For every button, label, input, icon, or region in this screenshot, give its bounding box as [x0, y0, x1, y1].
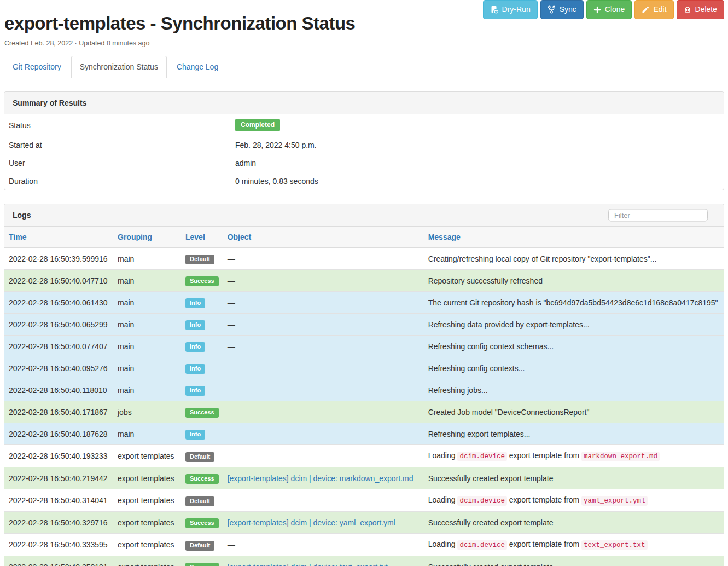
log-level: Default [181, 534, 223, 556]
sync-button[interactable]: Sync [540, 0, 584, 19]
log-object: — [223, 336, 424, 357]
level-badge: Default [185, 452, 214, 462]
log-object: [export-templates] dcim | device: markdo… [223, 467, 424, 489]
log-row: 2022-02-28 16:50:40.350191export templat… [4, 556, 724, 566]
log-message: Refreshing config context schemas... [424, 336, 724, 357]
log-message: Repository successfully refreshed [424, 270, 724, 292]
log-grouping: main [113, 314, 181, 336]
log-row: 2022-02-28 16:50:40.187628mainInfo—Refre… [4, 423, 724, 445]
summary-value: 0 minutes, 0.83 seconds [231, 172, 724, 190]
log-row: 2022-02-28 16:50:40.118010mainInfo—Refre… [4, 379, 724, 401]
log-time: 2022-02-28 16:50:40.095276 [4, 357, 113, 379]
object-link[interactable]: [export-templates] dcim | device: text_e… [228, 563, 388, 566]
log-time: 2022-02-28 16:50:40.065299 [4, 314, 113, 336]
code-span: text_export.txt [581, 540, 648, 550]
log-grouping: main [113, 248, 181, 270]
log-message: Successfully created export template [424, 512, 724, 534]
log-object: — [223, 314, 424, 336]
log-time: 2022-02-28 16:50:39.599916 [4, 248, 113, 270]
column-header-message[interactable]: Message [424, 227, 724, 248]
sync-branch-icon [548, 5, 556, 14]
summary-value: Feb. 28, 2022 4:50 p.m. [231, 136, 724, 154]
code-span: dcim.device [457, 452, 507, 461]
log-time: 2022-02-28 16:50:40.118010 [4, 379, 113, 401]
filter-input[interactable] [608, 209, 708, 222]
log-time: 2022-02-28 16:50:40.187628 [4, 423, 113, 445]
summary-table: StatusCompletedStarted atFeb. 28, 2022 4… [4, 114, 724, 190]
log-row: 2022-02-28 16:50:40.061430mainInfo—The c… [4, 292, 724, 314]
log-level: Success [181, 401, 223, 423]
summary-label: Started at [4, 136, 231, 154]
summary-label: Duration [4, 172, 231, 190]
log-message: Loading dcim.device export template from… [424, 534, 724, 556]
log-object: — [223, 357, 424, 379]
delete-button[interactable]: Delete [677, 0, 724, 19]
log-time: 2022-02-28 16:50:40.329716 [4, 512, 113, 534]
log-level: Info [181, 379, 223, 401]
code-span: yaml_export.yml [581, 496, 648, 506]
logs-table-body: 2022-02-28 16:50:39.599916mainDefault—Cr… [4, 248, 724, 566]
level-badge: Success [185, 408, 219, 418]
log-row: 2022-02-28 16:50:39.599916mainDefault—Cr… [4, 248, 724, 270]
logs-panel-title: Logs [13, 211, 31, 220]
summary-row: StatusCompleted [4, 114, 724, 136]
log-row: 2022-02-28 16:50:40.171867jobsSuccess—Cr… [4, 401, 724, 423]
level-badge: Info [185, 342, 205, 352]
log-grouping: main [113, 336, 181, 357]
log-object: — [223, 489, 424, 512]
log-time: 2022-02-28 16:50:40.333595 [4, 534, 113, 556]
log-message: The current Git repository hash is "bc69… [424, 292, 724, 314]
log-level: Success [181, 467, 223, 489]
edit-button[interactable]: Edit [634, 0, 673, 19]
log-message: Refreshing data provided by export-templ… [424, 314, 724, 336]
tab-synchronization-status[interactable]: Synchronization Status [71, 56, 167, 78]
log-level: Info [181, 357, 223, 379]
tab-bar: Git Repository Synchronization Status Ch… [4, 56, 724, 78]
log-level: Info [181, 336, 223, 357]
log-level: Success [181, 270, 223, 292]
column-header-grouping[interactable]: Grouping [113, 227, 181, 248]
column-header-level[interactable]: Level [181, 227, 223, 248]
log-row: 2022-02-28 16:50:40.219442export templat… [4, 467, 724, 489]
logs-table: Time Grouping Level Object Message 2022-… [4, 227, 724, 566]
logs-header-row: Time Grouping Level Object Message [4, 227, 724, 248]
dry-run-icon [490, 5, 498, 14]
sync-status-page: Dry-Run Sync [0, 0, 728, 566]
log-time: 2022-02-28 16:50:40.350191 [4, 556, 113, 566]
sync-label: Sync [560, 4, 576, 15]
log-object: [export-templates] dcim | device: text_e… [223, 556, 424, 566]
log-object: — [223, 423, 424, 445]
log-row: 2022-02-28 16:50:40.193233export templat… [4, 445, 724, 467]
log-grouping: main [113, 270, 181, 292]
logs-panel: Logs Time Grouping Level Object Message … [4, 204, 724, 566]
status-badge: Completed [235, 119, 280, 131]
level-badge: Default [185, 541, 214, 551]
summary-table-body: StatusCompletedStarted atFeb. 28, 2022 4… [4, 114, 724, 190]
column-header-time[interactable]: Time [4, 227, 113, 248]
log-level: Default [181, 489, 223, 512]
log-message: Loading dcim.device export template from… [424, 445, 724, 467]
log-grouping: jobs [113, 401, 181, 423]
dry-run-label: Dry-Run [502, 4, 531, 15]
clone-button[interactable]: Clone [586, 0, 632, 19]
tab-git-repository[interactable]: Git Repository [4, 56, 70, 78]
summary-panel-heading: Summary of Results [4, 92, 724, 114]
log-time: 2022-02-28 16:50:40.171867 [4, 401, 113, 423]
log-message: Created Job model "DeviceConnectionsRepo… [424, 401, 724, 423]
log-grouping: main [113, 292, 181, 314]
log-row: 2022-02-28 16:50:40.095276mainInfo—Refre… [4, 357, 724, 379]
log-object: — [223, 401, 424, 423]
tab-change-log[interactable]: Change Log [168, 56, 227, 78]
log-grouping: main [113, 423, 181, 445]
code-span: markdown_export.md [581, 452, 660, 461]
level-badge: Success [185, 518, 219, 528]
log-object: — [223, 248, 424, 270]
log-object: — [223, 534, 424, 556]
summary-row: Duration0 minutes, 0.83 seconds [4, 172, 724, 190]
log-time: 2022-02-28 16:50:40.077407 [4, 336, 113, 357]
object-link[interactable]: [export-templates] dcim | device: yaml_e… [228, 518, 395, 527]
dry-run-button[interactable]: Dry-Run [483, 0, 538, 19]
log-row: 2022-02-28 16:50:40.065299mainInfo—Refre… [4, 314, 724, 336]
column-header-object[interactable]: Object [223, 227, 424, 248]
object-link[interactable]: [export-templates] dcim | device: markdo… [228, 474, 413, 483]
